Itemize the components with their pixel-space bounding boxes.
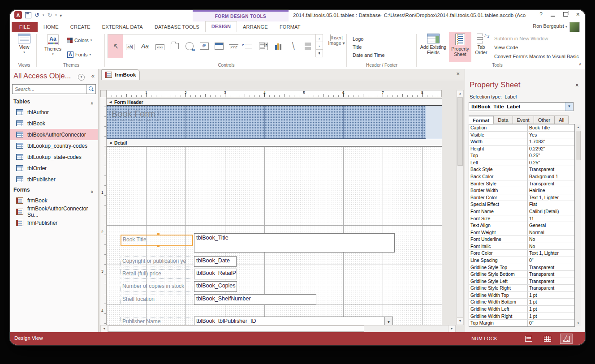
vertical-ruler[interactable]: 1234 xyxy=(100,97,107,325)
header-footer-button[interactable]: Title xyxy=(347,43,417,51)
field-label-shelf-location[interactable]: Shelf location xyxy=(121,295,193,304)
property-sheet-button[interactable]: Property Sheet xyxy=(449,32,471,62)
property-value[interactable]: Transparent xyxy=(527,166,574,173)
property-row[interactable]: Gridline Style Bottom Transparent xyxy=(469,271,574,278)
nav-item-table[interactable]: tblBook xyxy=(10,118,98,129)
insert-image-button[interactable]: Insert Image ▾ xyxy=(327,35,346,46)
ribbon-tab[interactable]: DESIGN xyxy=(205,21,237,32)
control-tool-icon[interactable] xyxy=(152,34,167,58)
vertical-scrollbar[interactable]: ▲ ▼ xyxy=(457,90,464,325)
nav-item-table[interactable]: tblBookAuthorConnector xyxy=(10,129,98,140)
scrollbar-thumb[interactable] xyxy=(576,131,581,160)
collapse-ribbon-icon[interactable]: ∧ xyxy=(578,62,582,66)
field-label-copies[interactable]: Number of copies in stock xyxy=(121,282,193,291)
control-tool-icon[interactable] xyxy=(300,34,315,58)
property-value[interactable]: Yes xyxy=(527,132,574,138)
property-value[interactable]: No xyxy=(527,236,574,243)
property-value[interactable]: Transparent xyxy=(527,285,574,291)
property-value[interactable]: General xyxy=(527,222,574,229)
restore-button[interactable] xyxy=(563,12,568,17)
scroll-down-icon[interactable]: ▼ xyxy=(575,321,581,326)
ribbon-tab[interactable]: ARRANGE xyxy=(237,22,274,32)
search-icon[interactable] xyxy=(86,85,95,94)
property-value[interactable]: Transparent xyxy=(527,271,574,278)
property-value[interactable]: 1 pt xyxy=(527,299,574,305)
property-value[interactable]: Hairline xyxy=(527,187,574,194)
control-tool-icon[interactable] xyxy=(241,34,256,58)
property-row[interactable]: Gridline Style Right Transparent xyxy=(469,285,574,292)
object-selector-combobox[interactable]: tblBook_Title_Label ▼ xyxy=(469,102,573,111)
resize-handle[interactable] xyxy=(157,233,160,235)
nav-item-form[interactable]: frmPublisher xyxy=(10,217,98,228)
access-app-icon[interactable]: A xyxy=(14,11,22,19)
property-row[interactable]: Back Style Transparent xyxy=(469,166,574,173)
property-value[interactable]: Book Title xyxy=(527,124,574,131)
property-value[interactable]: 1.7083" xyxy=(527,138,574,145)
property-grid-scrollbar[interactable]: ▲ ▼ xyxy=(575,124,581,326)
field-textbox-shelf-number[interactable]: tblBook_ShelfNumber xyxy=(194,294,316,305)
ribbon-tab[interactable]: FILE xyxy=(12,22,38,32)
property-value[interactable]: Text 1, Lighter xyxy=(527,194,574,201)
control-tool-icon[interactable] xyxy=(285,34,300,58)
undo-dropdown-icon[interactable]: ▾ xyxy=(43,13,44,17)
control-tool-icon[interactable] xyxy=(226,34,241,58)
help-button[interactable]: ? xyxy=(539,11,543,17)
nav-item-table[interactable]: tblLookup_country-codes xyxy=(10,140,98,151)
redo-dropdown-icon[interactable]: ▾ xyxy=(55,13,57,17)
control-tool-icon[interactable] xyxy=(108,34,123,58)
property-value[interactable]: No xyxy=(527,243,574,250)
property-value[interactable]: 11 xyxy=(527,215,574,222)
property-value[interactable]: 0" xyxy=(527,320,574,326)
ribbon-tab[interactable]: HOME xyxy=(38,22,65,32)
close-button[interactable]: × xyxy=(576,12,580,17)
control-tool-icon[interactable] xyxy=(271,34,285,58)
property-value[interactable]: 1 pt xyxy=(527,292,574,299)
property-row[interactable]: Caption Book Title xyxy=(469,124,574,132)
control-tool-icon[interactable] xyxy=(256,34,271,58)
gallery-scroll-up-icon[interactable]: ▴ xyxy=(315,34,323,42)
property-value[interactable]: Transparent xyxy=(527,264,574,271)
control-tool-icon[interactable] xyxy=(123,34,138,58)
field-label-retail-price[interactable]: Retail (full) price xyxy=(121,269,193,279)
form-view-shortcut[interactable] xyxy=(522,334,535,344)
property-value[interactable]: Transparent xyxy=(527,180,574,187)
property-row[interactable]: Width 1.7083" xyxy=(469,138,574,146)
control-tool-icon[interactable] xyxy=(211,34,226,58)
detail-section-bar[interactable]: ◄ Detail xyxy=(107,139,442,146)
property-row[interactable]: Top 0.25" xyxy=(469,152,574,159)
search-input[interactable] xyxy=(13,85,86,94)
property-row[interactable]: Line Spacing 0" xyxy=(469,257,574,264)
property-row[interactable]: Gridline Width Top 1 pt xyxy=(469,292,574,299)
gallery-more-icon[interactable]: ▾ xyxy=(315,50,323,57)
property-value[interactable]: 0" xyxy=(527,257,574,264)
form-header-section-bar[interactable]: ◄ Form Header xyxy=(107,98,442,106)
property-tab[interactable]: All xyxy=(555,116,569,124)
ribbon-tab[interactable]: CREATE xyxy=(65,22,96,32)
resize-handle[interactable] xyxy=(157,245,160,247)
scrollbar-thumb[interactable] xyxy=(108,325,364,332)
field-label-copyright[interactable]: Copyright or publication ye xyxy=(121,257,193,266)
property-row[interactable]: Fore Color Text 1, Lighter xyxy=(469,250,574,257)
property-row[interactable]: Text Align General xyxy=(469,222,574,229)
property-row[interactable]: Back Color Background 1 xyxy=(469,173,574,180)
form-title-label[interactable]: Book Form xyxy=(109,108,159,121)
property-row[interactable]: Gridline Style Left Transparent xyxy=(469,278,574,285)
tools-menu-button[interactable]: Convert Form's Macros to Visual Basic xyxy=(492,53,579,60)
redo-icon[interactable]: ↻ xyxy=(47,12,52,18)
tab-order-button[interactable]: Tab Order xyxy=(473,32,489,62)
combo-dropdown-icon[interactable]: ▼ xyxy=(565,103,573,111)
property-value[interactable]: 0.25" xyxy=(527,152,574,159)
nav-item-table[interactable]: tblPublisher xyxy=(10,174,98,185)
property-value[interactable]: 1 pt xyxy=(527,306,574,313)
property-value[interactable]: 0.2292" xyxy=(527,146,574,152)
nav-item-table[interactable]: tblOrder xyxy=(10,163,98,174)
control-tool-icon[interactable] xyxy=(182,34,197,58)
add-existing-fields-button[interactable]: Add Existing Fields xyxy=(419,32,447,62)
save-icon[interactable] xyxy=(25,12,31,18)
property-tab[interactable]: Format xyxy=(469,116,494,124)
property-row[interactable]: Top Margin 0" xyxy=(469,320,574,327)
header-footer-button[interactable]: Date and Time xyxy=(347,51,417,59)
property-value[interactable]: 0.25" xyxy=(527,159,574,166)
property-tab[interactable]: Event xyxy=(513,116,534,124)
header-footer-button[interactable]: Logo xyxy=(347,35,417,43)
